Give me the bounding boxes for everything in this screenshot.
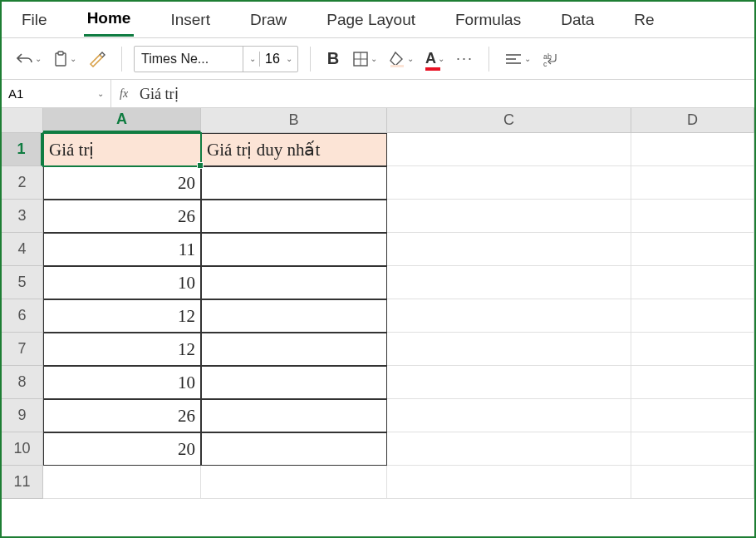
cell-a4[interactable]: 11	[43, 233, 201, 266]
paste-button[interactable]: ⌄	[50, 46, 80, 72]
cell-d5[interactable]	[631, 266, 754, 299]
col-header-b[interactable]: B	[201, 108, 387, 133]
cell-a6[interactable]: 12	[43, 299, 201, 333]
cell-b5[interactable]	[201, 266, 387, 299]
cell-c7[interactable]	[387, 333, 631, 366]
cell-b11[interactable]	[201, 466, 387, 499]
borders-button[interactable]: ⌄	[349, 46, 380, 72]
cell-a8[interactable]: 10	[43, 366, 201, 399]
tab-page-layout[interactable]: Page Layout	[323, 4, 419, 36]
cell-a5[interactable]: 10	[43, 266, 201, 299]
tab-home[interactable]: Home	[84, 2, 135, 37]
tab-data[interactable]: Data	[557, 4, 597, 36]
select-all-corner[interactable]	[2, 108, 43, 133]
format-painter-button[interactable]	[85, 46, 110, 72]
row-header-5[interactable]: 5	[2, 266, 43, 299]
chevron-down-icon: ⌄	[286, 54, 292, 63]
spreadsheet-grid: A B C D 1 Giá trị Giá trị duy nhất 2 20 …	[2, 108, 754, 499]
font-size-input[interactable]: 16 ⌄	[259, 52, 297, 67]
more-options-button[interactable]: ···	[453, 46, 477, 72]
cell-d7[interactable]	[631, 333, 754, 366]
chevron-down-icon[interactable]: ⌄	[243, 47, 259, 72]
cell-c10[interactable]	[387, 432, 631, 466]
cell-a10[interactable]: 20	[43, 432, 201, 466]
cell-b4[interactable]	[201, 233, 387, 266]
font-selector[interactable]: Times Ne... ⌄ 16 ⌄	[134, 46, 298, 72]
col-header-c[interactable]: C	[387, 108, 631, 133]
cell-b6[interactable]	[201, 299, 387, 333]
chevron-down-icon: ⌄	[407, 54, 414, 63]
cell-d2[interactable]	[631, 166, 754, 200]
cell-c4[interactable]	[387, 233, 631, 266]
row-header-6[interactable]: 6	[2, 299, 43, 333]
cell-d6[interactable]	[631, 299, 754, 333]
cell-a2[interactable]: 20	[43, 166, 201, 200]
svg-text:c: c	[543, 60, 547, 67]
cell-b1[interactable]: Giá trị duy nhất	[201, 133, 387, 166]
bold-button[interactable]: B	[322, 46, 344, 72]
formula-bar: A1 ⌄ fx Giá trị	[2, 80, 754, 108]
cell-c2[interactable]	[387, 166, 631, 200]
cell-d1[interactable]	[631, 133, 754, 166]
fx-icon[interactable]: fx	[111, 87, 136, 101]
tab-review-truncated[interactable]: Re	[631, 4, 657, 36]
cell-b7[interactable]	[201, 333, 387, 366]
cell-c11[interactable]	[387, 466, 631, 499]
cell-b2[interactable]	[201, 166, 387, 200]
row-header-8[interactable]: 8	[2, 366, 43, 399]
row-header-9[interactable]: 9	[2, 399, 43, 432]
separator	[488, 47, 489, 72]
tab-file[interactable]: File	[18, 4, 51, 36]
ribbon-tabs: File Home Insert Draw Page Layout Formul…	[2, 2, 754, 38]
cell-d8[interactable]	[631, 366, 754, 399]
cell-b3[interactable]	[201, 200, 387, 233]
cell-a7[interactable]: 12	[43, 333, 201, 366]
font-size-value: 16	[265, 52, 280, 67]
tab-insert[interactable]: Insert	[167, 4, 214, 36]
row-header-4[interactable]: 4	[2, 233, 43, 266]
col-header-d[interactable]: D	[631, 108, 754, 133]
cell-c3[interactable]	[387, 200, 631, 233]
row-header-3[interactable]: 3	[2, 200, 43, 233]
cell-d11[interactable]	[631, 466, 754, 499]
cell-b9[interactable]	[201, 399, 387, 432]
cell-d9[interactable]	[631, 399, 754, 432]
svg-rect-1	[58, 52, 63, 55]
separator	[310, 47, 311, 72]
cell-d3[interactable]	[631, 200, 754, 233]
cell-b8[interactable]	[201, 366, 387, 399]
name-box-value: A1	[8, 86, 23, 101]
cell-a1[interactable]: Giá trị	[43, 133, 201, 166]
svg-rect-5	[390, 65, 404, 67]
cell-c9[interactable]	[387, 399, 631, 432]
row-header-10[interactable]: 10	[2, 432, 43, 466]
cell-a9[interactable]: 26	[43, 399, 201, 432]
cell-c8[interactable]	[387, 366, 631, 399]
wrap-text-button[interactable]: abc	[539, 46, 564, 72]
cell-d4[interactable]	[631, 233, 754, 266]
row-header-2[interactable]: 2	[2, 166, 43, 200]
cell-c1[interactable]	[387, 133, 631, 166]
cell-a11[interactable]	[43, 466, 201, 499]
row-header-11[interactable]: 11	[2, 466, 43, 499]
tab-formulas[interactable]: Formulas	[452, 4, 524, 36]
separator	[121, 47, 122, 72]
cell-b10[interactable]	[201, 432, 387, 466]
fill-color-button[interactable]: ⌄	[385, 46, 417, 72]
chevron-down-icon: ⌄	[70, 54, 76, 63]
cell-a3[interactable]: 26	[43, 200, 201, 233]
cell-c6[interactable]	[387, 299, 631, 333]
cell-d10[interactable]	[631, 432, 754, 466]
col-header-a[interactable]: A	[43, 108, 201, 133]
tab-draw[interactable]: Draw	[247, 4, 290, 36]
row-header-7[interactable]: 7	[2, 333, 43, 366]
name-box[interactable]: A1 ⌄	[2, 80, 111, 107]
row-header-1[interactable]: 1	[2, 133, 43, 166]
font-name-input[interactable]: Times Ne...	[135, 52, 243, 67]
cell-c5[interactable]	[387, 266, 631, 299]
undo-button[interactable]: ⌄	[13, 46, 45, 72]
align-button[interactable]: ⌄	[501, 46, 534, 72]
font-color-button[interactable]: A ⌄	[422, 46, 448, 72]
formula-input[interactable]: Giá trị	[136, 85, 754, 103]
chevron-down-icon: ⌄	[35, 54, 42, 63]
